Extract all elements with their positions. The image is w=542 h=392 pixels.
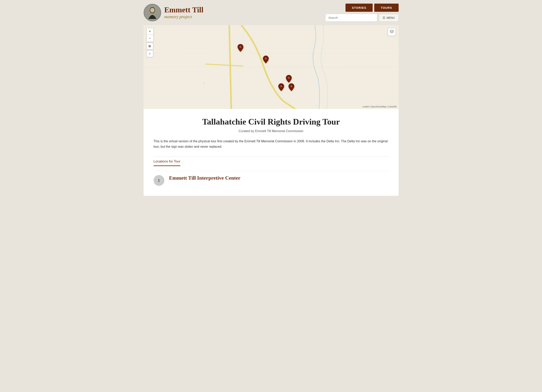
map-container: + − ⊕ ⤢	[144, 25, 399, 109]
site-title: Emmett Till memory project	[164, 6, 204, 19]
site-header: Emmett Till memory project STORIES TOURS…	[136, 0, 406, 25]
tour-title: Tallahatchie Civil Rights Driving Tour	[154, 117, 389, 127]
tour-description: This is the virtual version of the physi…	[154, 139, 389, 149]
fullscreen-button[interactable]: ⤢	[146, 50, 153, 57]
logo-area: Emmett Till memory project	[144, 4, 204, 21]
map-pin-4[interactable]	[278, 83, 284, 92]
tours-button[interactable]: TOURS	[374, 4, 398, 12]
tour-content: Tallahatchie Civil Rights Driving Tour C…	[144, 109, 399, 196]
map-pin-5[interactable]	[288, 83, 295, 92]
zoom-out-button[interactable]: −	[146, 35, 153, 42]
locate-icon: ⊕	[148, 44, 151, 48]
map-svg	[144, 25, 399, 109]
list-item: 1 Emmett Till Interpretive Center	[154, 171, 389, 190]
layers-icon	[390, 30, 394, 35]
page-card: + − ⊕ ⤢	[144, 25, 399, 196]
main-content: + − ⊕ ⤢	[136, 25, 406, 204]
site-title-sub: memory project	[164, 14, 204, 19]
nav-buttons: STORIES TOURS	[346, 4, 399, 12]
search-menu-row: ☰ MENU	[325, 14, 398, 21]
svg-point-13	[290, 85, 292, 87]
locations-tab-area: Locations for Tour 1 Emmett Till Interpr…	[154, 156, 389, 190]
location-number: 1	[154, 175, 164, 186]
svg-point-12	[280, 85, 282, 87]
locate-button[interactable]: ⊕	[146, 43, 153, 49]
svg-rect-7	[203, 83, 204, 84]
hamburger-icon: ☰	[383, 16, 385, 19]
zoom-controls: + −	[146, 28, 154, 42]
tour-curated-by: Curated by Emmett Till Memorial Commissi…	[154, 129, 389, 133]
map-pin-2[interactable]	[263, 55, 269, 64]
stories-button[interactable]: STORIES	[346, 4, 373, 12]
svg-point-2	[150, 8, 155, 13]
site-title-main: Emmett Till	[164, 6, 204, 14]
site-logo	[144, 4, 161, 21]
svg-point-10	[265, 58, 267, 59]
search-input[interactable]	[325, 14, 377, 21]
map-pin-3[interactable]	[286, 75, 292, 84]
svg-marker-8	[390, 30, 394, 32]
header-nav: STORIES TOURS ☰ MENU	[325, 4, 398, 21]
fullscreen-icon: ⤢	[149, 52, 151, 55]
svg-point-11	[288, 77, 290, 79]
menu-button[interactable]: ☰ MENU	[379, 14, 398, 21]
location-name: Emmett Till Interpretive Center	[169, 175, 240, 181]
svg-point-9	[239, 46, 241, 48]
menu-label: MENU	[386, 16, 395, 19]
logo-image	[144, 5, 160, 21]
map-controls: + − ⊕ ⤢	[146, 28, 154, 57]
map-attribution: Leaflet | OpenStreetMap | CartoDB	[363, 105, 397, 108]
map-pin-1[interactable]	[237, 44, 244, 53]
locations-tab[interactable]: Locations for Tour	[154, 157, 180, 166]
zoom-in-button[interactable]: +	[146, 28, 153, 35]
layers-button[interactable]	[388, 28, 396, 36]
